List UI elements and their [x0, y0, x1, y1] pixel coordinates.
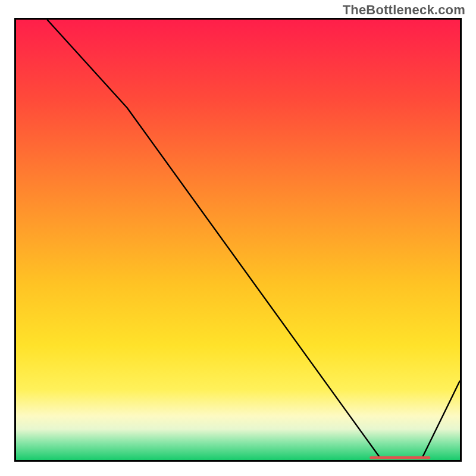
chart-frame: TheBottleneck.com	[0, 0, 476, 476]
chart-svg	[16, 20, 460, 460]
bottleneck-curve	[47, 20, 460, 458]
plot-area	[14, 18, 462, 462]
watermark-text: TheBottleneck.com	[343, 2, 465, 18]
